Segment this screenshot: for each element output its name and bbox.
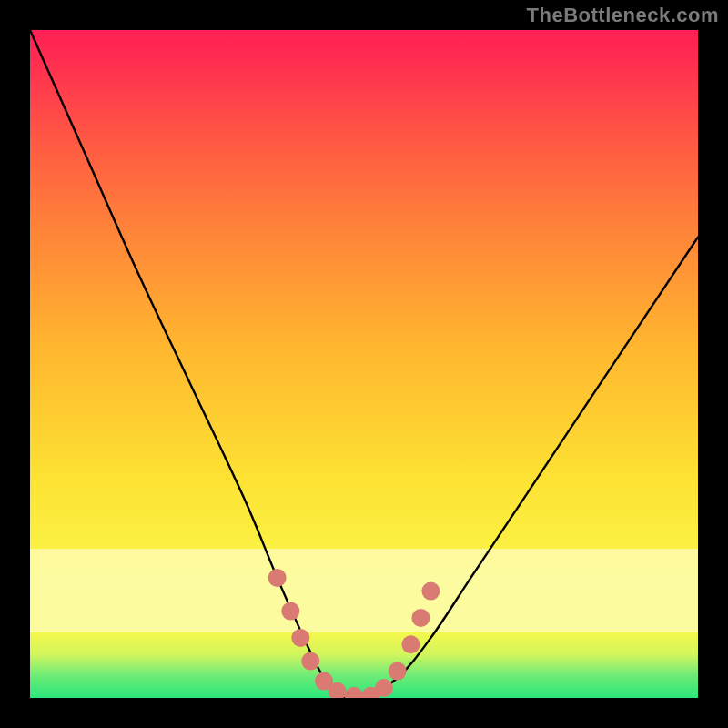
marker-dot [268, 569, 287, 587]
watermark-text: TheBottleneck.com [527, 4, 719, 27]
curve-layer [30, 30, 698, 698]
marker-dot [375, 679, 393, 697]
marker-dot [411, 609, 430, 627]
marker-dot [301, 652, 319, 671]
chart-frame: TheBottleneck.com [0, 0, 728, 728]
marker-dot [291, 629, 309, 647]
marker-dot [281, 602, 299, 621]
marker-dot [421, 582, 440, 601]
bottleneck-curve [30, 30, 698, 698]
marker-dot [345, 687, 363, 698]
marker-dots [268, 569, 440, 698]
marker-dot [401, 635, 420, 653]
marker-dot [389, 662, 407, 681]
